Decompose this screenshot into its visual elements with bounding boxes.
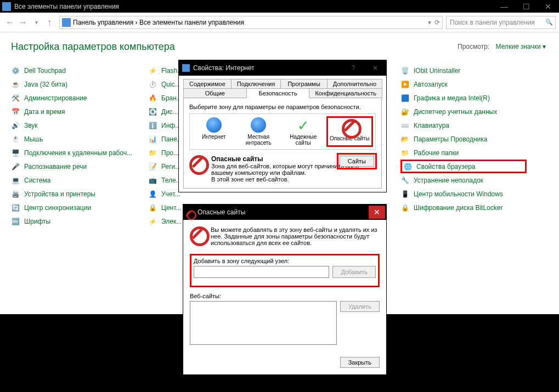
zone-info-title: Опасные сайты [211,155,263,163]
item-icon: ⏱️ [148,80,157,89]
item-label: Инф... [161,122,180,129]
item-label: Центр синхронизации [24,204,91,212]
item-label: Администрирование [24,94,87,102]
item-label: Рабочие папки [414,149,459,157]
item-label: Цент... [161,204,181,212]
up-button[interactable]: ↑ [43,16,56,29]
cp-item[interactable]: 🔒Шифрование диска BitLocker [400,201,527,214]
remove-button[interactable]: Удалить [340,301,380,312]
zone-label: Местная интрасеть [238,134,280,146]
dialog1-help-button[interactable]: ? [342,60,364,76]
tab[interactable]: Дополнительно [327,79,382,89]
item-label: Подключения к удаленным рабоч... [24,149,132,157]
tab[interactable]: Программы [280,79,327,89]
search-input[interactable]: Поиск в панели управления [446,16,556,29]
tab[interactable]: Безопасность [246,88,310,98]
zone-item[interactable]: Опасные сайты [326,116,374,147]
back-button[interactable]: ← [3,16,16,29]
item-label: Java (32 бита) [24,81,67,88]
item-icon: 🔤 [11,217,20,226]
refresh-icon[interactable]: ⟳ [434,19,440,26]
breadcrumb-leaf[interactable]: Все элементы панели управления [139,19,244,26]
item-icon: 🔄 [11,203,20,212]
close-dialog-button[interactable]: Закрыть [340,357,380,368]
cp-item[interactable]: 🔄Центр синхронизации [11,201,137,214]
item-label: Устройства и принтеры [24,190,95,198]
dialog1-title: Свойства: Интернет [193,64,342,72]
item-icon: 🔥 [148,94,157,103]
item-icon: 🌐 [403,162,412,171]
zone-info: Опасные сайты Зона для веб-сайтов, котор… [189,155,376,183]
item-label: Автозапуск [414,81,448,88]
tab[interactable]: Подключения [231,79,281,89]
cp-item[interactable]: 📂Параметры Проводника [400,132,527,146]
cp-item[interactable]: 🖥️Подключения к удаленным рабоч... [11,146,137,160]
cp-item[interactable]: 🔧Устранение неполадок [400,173,527,187]
dialog2-close-button[interactable]: ✕ [369,206,385,219]
dropdown-icon[interactable]: ▾ [428,19,431,26]
globe-icon [182,64,190,72]
close-button[interactable]: ✕ [537,0,559,13]
cp-item[interactable]: 🌐Свойства браузера [400,160,527,173]
zone-item[interactable]: ✓Надежные сайты [281,116,325,147]
zone-item[interactable]: Местная интрасеть [237,116,281,147]
sites-listbox[interactable] [190,301,337,345]
zone-item[interactable]: Интернет [192,116,236,147]
dialog1-titlebar: Свойства: Интернет ? ✕ [179,60,386,76]
maximize-button[interactable]: ☐ [515,0,537,13]
zones-list: ИнтернетМестная интрасеть✓Надежные сайты… [189,113,376,150]
cp-item[interactable]: 🔊Звук [11,118,137,132]
item-label: Шрифты [24,218,50,225]
item-label: Про... [161,149,179,157]
cp-item[interactable]: ☕Java (32 бита) [11,77,137,91]
restricted-sites-dialog: Опасные сайты ✕ Вы можете добавлять в эт… [183,204,387,375]
item-label: Реги... [161,163,180,171]
sites-button[interactable]: Сайты [340,156,374,167]
item-icon: 💻 [11,176,20,185]
list-label: Веб-сайты: [190,293,380,299]
item-label: Дис... [161,108,178,116]
globe-icon [251,117,266,133]
add-site-input[interactable] [194,266,329,278]
recent-button[interactable]: ▾ [30,16,43,29]
cp-item[interactable]: 🔤Шрифты [11,214,137,228]
item-icon: 💽 [148,107,157,116]
cp-item[interactable]: 💻Система [11,173,137,187]
cp-item[interactable]: 🖱️Мышь [11,132,137,146]
item-icon: 🔐 [400,107,409,116]
item-icon: ☕ [11,80,20,89]
cp-item[interactable]: ⚙️Dell Touchpad [11,64,137,77]
tab[interactable]: Содержимое [183,79,231,89]
cp-item[interactable]: 📁Рабочие папки [400,146,527,160]
cp-item[interactable]: 🖨️Устройства и принтеры [11,187,137,201]
dialog1-close-button[interactable]: ✕ [364,60,386,76]
cp-item[interactable]: 📅Дата и время [11,105,137,118]
item-icon: 🔒 [400,203,409,212]
dialog2-title: Опасные сайты [197,208,369,216]
tab-panel: Выберите зону для параметры ее параметро… [183,98,382,189]
danger-icon [189,155,206,172]
item-icon: 📱 [400,190,409,198]
cp-item[interactable]: 🛠️Администрирование [11,91,137,105]
control-panel-icon [2,2,11,11]
address-bar[interactable]: Панель управления › Все элементы панели … [59,16,443,29]
cp-item[interactable]: ▶️Автозапуск [400,77,527,91]
cp-item[interactable]: 🗑️IObit Uninstaller [400,64,527,77]
breadcrumb-root[interactable]: Панель управления [73,19,133,26]
cp-item[interactable]: ⌨️Клавиатура [400,118,527,132]
add-button[interactable]: Добавить [332,266,376,278]
item-icon: 🖨️ [11,190,20,198]
minimize-button[interactable]: — [493,0,515,13]
view-mode-dropdown[interactable]: Мелкие значки ▾ [496,43,546,50]
cp-item[interactable]: 🔐Диспетчер учетных данных [400,105,527,118]
item-icon: ⚡ [148,217,157,226]
item-icon: 📁 [148,149,157,157]
tab[interactable]: Конфиденциальность [309,88,382,98]
item-icon: 👤 [148,190,157,198]
tab[interactable]: Общие [183,88,247,98]
forward-button[interactable]: → [16,16,30,29]
cp-item[interactable]: 🟦Графика и медиа Intel(R) [400,91,527,105]
item-label: Звук [24,122,38,129]
cp-item[interactable]: 🎤Распознавание речи [11,160,137,173]
cp-item[interactable]: 📱Центр мобильности Windows [400,187,527,201]
